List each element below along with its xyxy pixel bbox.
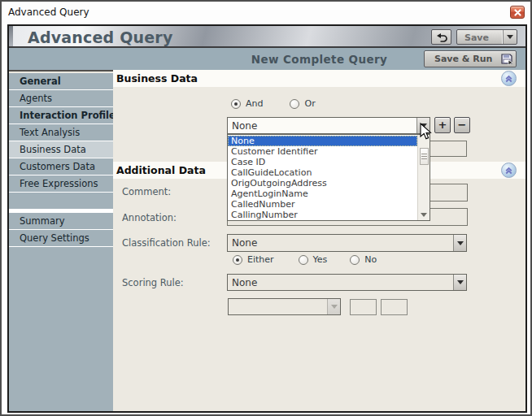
remove-condition-button[interactable]: − bbox=[454, 117, 470, 133]
dropdown-option-callingnumber[interactable]: CallingNumber bbox=[228, 210, 417, 220]
close-icon bbox=[514, 9, 521, 16]
save-button-label: Save bbox=[457, 30, 503, 44]
advanced-query-window: Advanced Query Advanced Query Save New C… bbox=[0, 0, 532, 416]
sidebar-gap bbox=[9, 210, 113, 212]
chevron-up-icon bbox=[504, 73, 514, 84]
titlebar: Advanced Query bbox=[2, 2, 530, 23]
dropdown-option-callednumber[interactable]: CalledNumber bbox=[228, 199, 417, 210]
tristate-radio-group: Either Yes No bbox=[233, 254, 377, 265]
dropdown-option-customer-identifier[interactable]: Customer Identifier bbox=[228, 146, 417, 157]
dropdown-option-callguidelocation[interactable]: CallGuideLocation bbox=[228, 167, 417, 178]
business-field-dropdown-list: None Customer Identifier Case ID CallGui… bbox=[227, 134, 430, 221]
chevron-down-icon bbox=[457, 280, 464, 284]
comment-label: Comment: bbox=[122, 186, 171, 197]
dropdown-option-case-id[interactable]: Case ID bbox=[228, 157, 417, 167]
sidebar-spacer bbox=[9, 193, 113, 209]
save-split-button[interactable]: Save bbox=[456, 29, 517, 45]
dropdown-option-agentloginname[interactable]: AgentLoginName bbox=[228, 188, 417, 199]
radio-and-icon bbox=[231, 99, 241, 109]
radio-either-label: Either bbox=[247, 254, 274, 265]
page-title: Advanced Query bbox=[28, 28, 173, 46]
add-condition-button[interactable]: + bbox=[434, 117, 451, 133]
save-and-run-label: Save & Run bbox=[425, 54, 498, 64]
collapse-additional-data-button[interactable] bbox=[501, 162, 517, 178]
business-field-combobox[interactable]: None bbox=[227, 117, 430, 134]
dropdown-option-origoutgoingaddress[interactable]: OrigOutgoingAddress bbox=[228, 178, 417, 188]
close-button[interactable] bbox=[510, 6, 525, 19]
sidebar-item-text-analysis[interactable]: Text Analysis bbox=[9, 124, 113, 141]
scoring-dropdown-button[interactable] bbox=[453, 275, 466, 290]
classification-dropdown-button[interactable] bbox=[453, 235, 466, 251]
save-and-run-button[interactable]: Save & Run bbox=[424, 50, 517, 67]
business-field-value: None bbox=[228, 118, 416, 133]
sidebar-nav: General Agents Interaction Profile Text … bbox=[9, 73, 113, 411]
sidebar-filler bbox=[9, 247, 113, 411]
radio-or[interactable]: Or bbox=[290, 98, 315, 109]
dialog-frame: Advanced Query Save New Complete Query S… bbox=[7, 24, 527, 413]
sidebar-item-general[interactable]: General bbox=[9, 73, 113, 89]
sidebar-item-query-settings[interactable]: Query Settings bbox=[9, 230, 113, 246]
radio-and-label: And bbox=[246, 98, 263, 109]
undo-icon bbox=[436, 32, 447, 42]
annotation-label: Annotation: bbox=[122, 212, 177, 223]
radio-no-icon bbox=[350, 255, 360, 265]
chevron-down-icon bbox=[331, 305, 338, 309]
query-subheader: New Complete Query Save & Run bbox=[9, 48, 525, 72]
sidebar-item-free-expressions[interactable]: Free Expressions bbox=[9, 176, 113, 192]
dropdown-option-none[interactable]: None bbox=[228, 136, 417, 146]
radio-either-icon bbox=[233, 255, 242, 265]
radio-and[interactable]: And bbox=[231, 98, 263, 109]
dropdown-items: None Customer Identifier Case ID CallGui… bbox=[228, 136, 417, 220]
radio-yes-icon bbox=[299, 255, 308, 265]
sidebar-item-summary[interactable]: Summary bbox=[9, 213, 113, 229]
scrollbar-thumb[interactable] bbox=[420, 148, 429, 165]
sidebar-item-agents[interactable]: Agents bbox=[9, 90, 113, 106]
sidebar-item-interaction-profile[interactable]: Interaction Profile bbox=[9, 107, 113, 124]
range-to-input[interactable] bbox=[381, 299, 408, 315]
chevron-down-icon bbox=[457, 241, 464, 245]
chevron-up-icon bbox=[504, 165, 514, 176]
classification-rule-combobox[interactable]: None bbox=[227, 234, 467, 252]
radio-no[interactable]: No bbox=[350, 254, 377, 265]
logic-radio-group: And Or bbox=[231, 98, 316, 109]
save-dropdown-arrow[interactable] bbox=[503, 30, 517, 44]
sidebar-item-customers-data[interactable]: Customers Data bbox=[9, 158, 113, 175]
sidebar-item-business-data[interactable]: Business Data bbox=[9, 141, 113, 158]
chevron-down-icon bbox=[507, 35, 513, 39]
dropdown-scrollbar[interactable] bbox=[417, 135, 430, 220]
radio-yes[interactable]: Yes bbox=[299, 254, 328, 265]
scoring-rule-value: None bbox=[228, 275, 453, 290]
disabled-dropdown-button bbox=[327, 299, 340, 314]
disabled-combobox-value bbox=[229, 299, 327, 314]
section-business-data-title: Business Data bbox=[113, 70, 525, 87]
scoring-rule-combobox[interactable]: None bbox=[227, 274, 467, 291]
scoring-rule-label: Scoring Rule: bbox=[122, 277, 184, 288]
radio-no-label: No bbox=[364, 254, 377, 265]
scrollbar-down-icon[interactable] bbox=[421, 213, 427, 217]
radio-yes-label: Yes bbox=[313, 254, 328, 265]
classification-rule-value: None bbox=[228, 235, 453, 251]
section-business-data: Business Data bbox=[113, 70, 525, 87]
radio-or-icon bbox=[290, 99, 299, 109]
classification-rule-label: Classification Rule: bbox=[122, 237, 211, 249]
radio-or-label: Or bbox=[304, 98, 315, 109]
page-header: Advanced Query Save bbox=[9, 26, 525, 48]
undo-button[interactable] bbox=[431, 29, 451, 45]
collapse-business-data-button[interactable] bbox=[501, 71, 517, 86]
save-run-icon bbox=[498, 54, 516, 65]
disabled-combobox bbox=[228, 298, 341, 315]
window-title: Advanced Query bbox=[8, 6, 89, 18]
range-from-input[interactable] bbox=[350, 299, 377, 315]
mouse-cursor-icon bbox=[420, 123, 432, 144]
radio-either[interactable]: Either bbox=[233, 254, 274, 265]
